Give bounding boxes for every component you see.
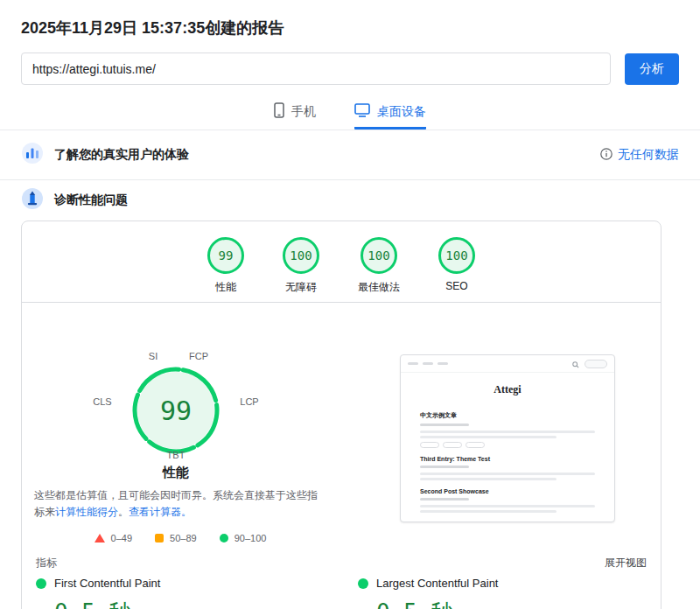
info-icon[interactable] [600, 148, 612, 163]
field-data-icon [21, 142, 44, 168]
legend-average-label: 50–89 [170, 533, 197, 543]
score-best-practices[interactable]: 100 最佳做法 [358, 237, 400, 302]
field-data-title: 了解您的真实用户的体验 [54, 147, 189, 163]
thumbnail-navbar [401, 355, 614, 373]
lighthouse-icon [21, 187, 44, 214]
metric-fcp: First Contentful Paint 0.5 秒 [36, 577, 298, 609]
device-tabs: 手机 桌面设备 [0, 102, 700, 130]
tab-desktop[interactable]: 桌面设备 [354, 102, 426, 130]
score-performance[interactable]: 99 性能 [207, 237, 244, 302]
thumbnail-post-title: Third Entry: Theme Test [420, 456, 595, 462]
nav-skeleton [423, 362, 433, 365]
tag-skeleton [420, 442, 439, 448]
score-accessibility-label: 无障碍 [285, 280, 317, 295]
legend-fail-label: 0–49 [111, 533, 132, 543]
analyze-button[interactable]: 分析 [625, 53, 679, 85]
score-best-practices-label: 最佳做法 [358, 280, 400, 295]
metric-lcp: Largest Contentful Paint 0.5 秒 [358, 577, 620, 609]
score-disclaimer: 这些都是估算值，且可能会因时而异。系统会直接基于这些指标来计算性能得分。查看计算… [34, 487, 326, 520]
url-bar: 分析 [21, 52, 679, 85]
square-icon [155, 534, 164, 542]
performance-gauge: 99 SI FCP CLS LCP TBT 性能 [62, 351, 290, 482]
metric-fcp-label: First Contentful Paint [54, 577, 160, 590]
nav-skeleton [408, 362, 418, 365]
desktop-icon [354, 103, 370, 120]
triangle-icon [94, 534, 105, 542]
score-seo[interactable]: 100 SEO [438, 237, 475, 302]
score-best-practices-value: 100 [360, 237, 397, 274]
diagnose-section: 诊断性能问题 [0, 180, 700, 220]
thumbnail-post: Third Entry: Theme Test [420, 456, 595, 480]
site-screenshot-thumbnail: Attegi 中文示例文章 Third Entry: Theme Test [400, 354, 615, 522]
post-meta-skeleton [420, 466, 469, 468]
score-accessibility[interactable]: 100 无障碍 [283, 237, 319, 302]
legend-average: 50–89 [155, 533, 197, 543]
score-seo-label: SEO [445, 280, 467, 292]
post-text-skeleton [420, 510, 556, 513]
metric-fcp-value: 0.5 秒 [54, 598, 298, 609]
thumbnail-post-title: 中文示例文章 [420, 411, 595, 420]
tag-skeleton [443, 442, 462, 448]
post-tags-skeleton [420, 442, 595, 448]
gauge-category-label: 性能 [163, 465, 189, 481]
score-legend: 0–49 50–89 90–100 [53, 533, 307, 543]
metric-lcp-label: Largest Contentful Paint [376, 577, 498, 590]
thumbnail-post: 中文示例文章 [420, 411, 595, 448]
circle-icon [220, 534, 228, 542]
post-text-skeleton [420, 478, 556, 480]
report-card: 99 性能 100 无障碍 100 最佳做法 100 SEO 99 SI FCP… [21, 220, 662, 609]
post-text-skeleton [420, 505, 595, 508]
metric-lcp-value: 0.5 秒 [376, 598, 620, 609]
metrics-header: 指标 展开视图 [36, 556, 647, 570]
metrics-label: 指标 [36, 556, 57, 570]
legend-fail: 0–49 [94, 533, 132, 543]
score-performance-label: 性能 [215, 280, 236, 295]
no-data-label: 无任何数据 [618, 147, 679, 163]
post-meta-skeleton [420, 498, 469, 500]
gauge-tag-lcp: LCP [240, 396, 258, 407]
gauge-tag-si: SI [149, 351, 158, 361]
tag-skeleton [466, 442, 485, 448]
legend-pass-label: 90–100 [234, 533, 267, 543]
post-meta-skeleton [420, 424, 469, 426]
score-accessibility-value: 100 [283, 237, 319, 274]
post-text-skeleton [420, 472, 595, 475]
pass-dot-icon [358, 578, 368, 589]
gauge-tag-fcp: FCP [189, 351, 208, 361]
tab-mobile[interactable]: 手机 [274, 102, 316, 130]
gauge-tag-tbt: TBT [167, 450, 186, 460]
nav-skeleton [438, 362, 448, 365]
post-text-skeleton [420, 430, 595, 433]
expand-view-button[interactable]: 展开视图 [605, 556, 647, 570]
post-text-skeleton [420, 436, 556, 438]
thumbnail-post: Second Post Showcase [420, 488, 595, 513]
score-performance-value: 99 [207, 237, 244, 274]
thumbnail-site-title: Attegi [401, 383, 614, 396]
score-seo-value: 100 [438, 237, 475, 274]
no-data-badge: 无任何数据 [600, 147, 679, 163]
field-data-section: 了解您的真实用户的体验 无任何数据 [0, 130, 700, 180]
thumbnail-post-title: Second Post Showcase [420, 488, 595, 494]
pass-dot-icon [36, 578, 46, 589]
url-input[interactable] [21, 52, 611, 85]
tab-mobile-label: 手机 [291, 104, 316, 120]
search-icon [572, 356, 579, 372]
category-scores: 99 性能 100 无障碍 100 最佳做法 100 SEO [22, 221, 661, 303]
tab-desktop-label: 桌面设备 [377, 104, 426, 120]
legend-pass: 90–100 [220, 533, 267, 543]
gauge-score: 99 [130, 365, 221, 456]
calculator-link[interactable]: 查看计算器。 [129, 506, 192, 518]
scoring-link[interactable]: 计算性能得分 [55, 506, 118, 518]
report-title: 2025年11月29日 15:37:35创建的报告 [21, 18, 679, 38]
thumbnail-button-skeleton [584, 360, 607, 368]
disclaimer-text-2: 。 [118, 506, 129, 518]
gauge-tag-cls: CLS [93, 396, 111, 407]
thumbnail-posts: 中文示例文章 Third Entry: Theme Test Second Po… [401, 396, 614, 513]
thumbnail-nav-links [408, 362, 448, 365]
phone-icon [274, 102, 284, 121]
diagnose-title: 诊断性能问题 [54, 192, 128, 208]
